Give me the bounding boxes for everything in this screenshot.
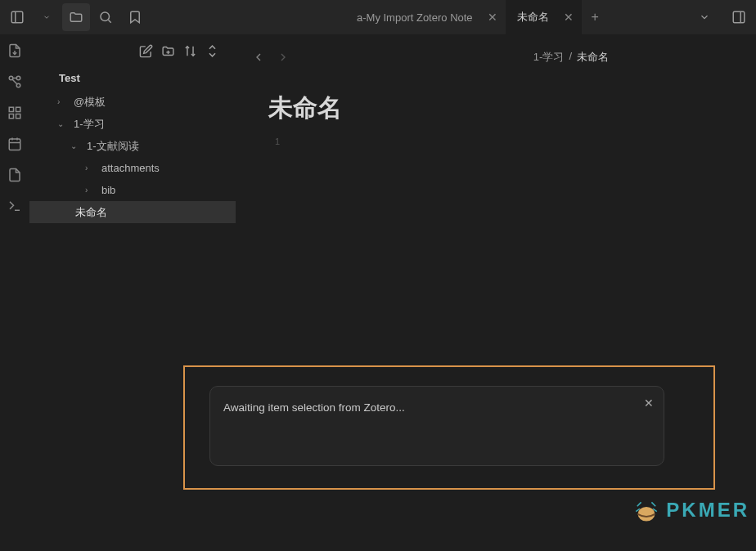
tab-untitled[interactable]: 未命名 ✕ <box>506 0 582 34</box>
tree-folder-attachments[interactable]: › attachments <box>29 157 236 179</box>
chevron-right-icon[interactable]: › <box>57 97 69 106</box>
new-note-icon[interactable] <box>139 44 153 58</box>
tree-label: bib <box>101 184 115 196</box>
watermark-text: PKMER <box>666 499 749 522</box>
tree-folder-bib[interactable]: › bib <box>29 179 236 201</box>
breadcrumb-current[interactable]: 未命名 <box>577 50 609 65</box>
vault-name[interactable]: Test <box>29 67 236 89</box>
file-tree: › @模板 ⌄ 1-学习 ⌄ 1-文献阅读 › attachments › bi… <box>29 89 236 223</box>
nav-back-icon[interactable] <box>252 51 265 64</box>
svg-rect-15 <box>9 114 13 119</box>
right-panel-toggle-icon[interactable] <box>725 3 753 31</box>
breadcrumb-sep: / <box>569 50 572 65</box>
chevron-right-icon[interactable]: › <box>85 164 97 172</box>
left-rail <box>0 34 29 551</box>
sidebar-toolbar <box>29 34 236 67</box>
terminal-icon[interactable] <box>5 196 25 216</box>
chevron-down-icon[interactable]: ⌄ <box>70 141 82 150</box>
chevron-down-icon[interactable] <box>691 3 718 31</box>
collapse-icon[interactable] <box>205 44 219 58</box>
breadcrumb[interactable]: 1-学习 / 未命名 <box>533 50 609 65</box>
svg-rect-4 <box>733 11 745 23</box>
bookmark-icon[interactable] <box>121 3 149 31</box>
chevron-right-icon[interactable]: › <box>85 186 97 195</box>
svg-rect-13 <box>16 107 20 111</box>
svg-rect-12 <box>9 107 13 111</box>
titlebar-right <box>691 3 756 31</box>
chevron-down-icon[interactable]: ⌄ <box>57 119 69 128</box>
line-number: 1 <box>236 125 756 146</box>
new-folder-icon[interactable] <box>161 44 175 58</box>
files-icon[interactable] <box>62 3 90 31</box>
tab-label: a-My Import Zotero Note <box>357 11 473 24</box>
titlebar: a-My Import Zotero Note ✕ 未命名 ✕ + <box>0 0 756 34</box>
tab-import-note[interactable]: a-My Import Zotero Note ✕ <box>345 0 506 34</box>
svg-point-2 <box>101 12 110 21</box>
sidebar-toggle-icon[interactable] <box>3 3 31 31</box>
modal-message: Awaiting item selection from Zotero... <box>223 401 405 414</box>
editor-nav: 1-学习 / 未命名 <box>236 46 756 69</box>
titlebar-left <box>3 3 149 31</box>
quick-switcher-icon[interactable] <box>5 41 25 60</box>
close-icon[interactable]: ✕ <box>488 11 497 24</box>
tab-label: 未命名 <box>517 10 549 25</box>
tree-folder-literature[interactable]: ⌄ 1-文献阅读 <box>29 135 236 157</box>
svg-point-25 <box>638 507 655 522</box>
svg-rect-16 <box>9 139 20 150</box>
sort-icon[interactable] <box>183 44 197 58</box>
tab-bar: a-My Import Zotero Note ✕ 未命名 ✕ + <box>345 0 609 34</box>
svg-point-9 <box>16 76 20 80</box>
breadcrumb-parent[interactable]: 1-学习 <box>533 50 565 65</box>
chevron-down-small-icon[interactable] <box>33 3 61 31</box>
close-icon[interactable]: ✕ <box>644 396 654 410</box>
note-title[interactable]: 未命名 <box>236 69 756 125</box>
zotero-wait-modal: Awaiting item selection from Zotero... ✕ <box>209 386 664 466</box>
new-tab-button[interactable]: + <box>582 10 609 25</box>
calendar-icon[interactable] <box>5 134 25 154</box>
graph-icon[interactable] <box>5 72 25 92</box>
svg-line-3 <box>108 20 110 22</box>
close-icon[interactable]: ✕ <box>564 11 574 24</box>
tree-label: 1-文献阅读 <box>87 139 139 154</box>
tree-label: 未命名 <box>75 205 107 220</box>
svg-line-11 <box>12 79 17 84</box>
pkmer-logo-icon <box>633 497 659 523</box>
search-icon[interactable] <box>92 3 119 31</box>
tree-label: 1-学习 <box>74 117 105 132</box>
watermark: PKMER <box>633 497 749 523</box>
grid-icon[interactable] <box>5 103 25 123</box>
nav-forward-icon[interactable] <box>277 51 290 64</box>
tree-label: attachments <box>101 162 160 174</box>
tree-folder-study[interactable]: ⌄ 1-学习 <box>29 113 236 135</box>
tree-label: @模板 <box>74 95 106 110</box>
svg-rect-0 <box>11 11 23 23</box>
file-icon[interactable] <box>5 165 25 185</box>
tree-folder-templates[interactable]: › @模板 <box>29 91 236 113</box>
tree-file-untitled[interactable]: 未命名 <box>29 201 236 223</box>
svg-rect-14 <box>16 114 20 119</box>
